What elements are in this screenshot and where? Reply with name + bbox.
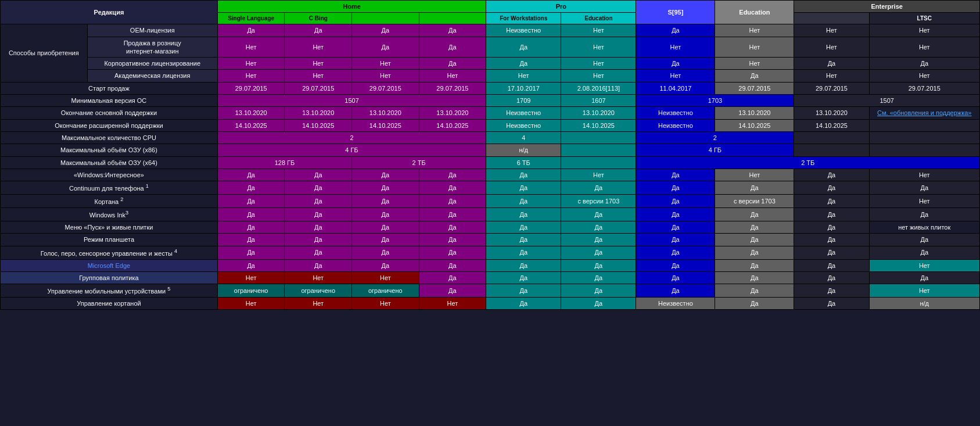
tab-s: Да xyxy=(636,234,715,246)
table-row: Управление мобильными устройствами 5 огр… xyxy=(1,284,980,298)
retail-edu: Нет xyxy=(715,37,794,58)
edge-single: Да xyxy=(217,259,285,271)
acad-ent: Нет xyxy=(794,70,869,82)
s-header: S[95] xyxy=(636,1,715,24)
mdm-s: Да xyxy=(636,284,715,298)
tab-proedu: Да xyxy=(561,234,636,246)
oem-ent: Нет xyxy=(794,24,869,37)
gp-ltsc: Да xyxy=(869,271,979,284)
vp-ltsc: Да xyxy=(869,246,979,259)
ems-single: 13.10.2020 xyxy=(217,107,285,119)
ink-home4: Да xyxy=(419,208,486,221)
cort-s: Да xyxy=(636,195,715,208)
wi-home3: Да xyxy=(352,169,419,181)
vp-home3: Да xyxy=(352,246,419,259)
table-row: Максимальный объём ОЗУ (x64) 128 ГБ 2 ТБ… xyxy=(1,156,980,169)
wi-proedu: Нет xyxy=(561,169,636,181)
table-row: Продажа в розницуинтернет-магазин Нет Не… xyxy=(1,37,980,58)
tab-workst: Да xyxy=(486,234,561,246)
start-home4: 29.07.2015 xyxy=(419,82,486,94)
cm-s: Неизвестно xyxy=(636,298,715,310)
cort-cbing: Да xyxy=(285,195,352,208)
cm-workst: Да xyxy=(486,298,561,310)
gp-single: Нет xyxy=(217,271,285,284)
edge-ltsc: Нет xyxy=(869,259,979,271)
winink-label: Windows Ink3 xyxy=(1,208,218,221)
max-ram-x86-label: Максимальный объём ОЗУ (x86) xyxy=(1,144,218,156)
ink-proedu: Да xyxy=(561,208,636,221)
sm-ltsc: нет живых плиток xyxy=(869,221,979,234)
grouppol-label: Групповая политика xyxy=(1,271,218,284)
start-proedu: 2.08.2016[113] xyxy=(561,82,636,94)
ink-cbing: Да xyxy=(285,208,352,221)
max-ram-x64-proedu xyxy=(561,156,636,169)
sm-ent: Да xyxy=(794,221,869,234)
wi-ent: Да xyxy=(794,169,869,181)
cm-home3: Нет xyxy=(352,298,419,310)
edge-home4: Да xyxy=(419,259,486,271)
gp-home3: Нет xyxy=(352,271,419,284)
table-row: Голос, перо, сенсорное управление и жест… xyxy=(1,246,980,259)
table-row: Окончание основной поддержки 13.10.2020 … xyxy=(1,107,980,119)
corp-cbing: Нет xyxy=(285,58,352,70)
corp-ent: Да xyxy=(794,58,869,70)
ink-workst: Да xyxy=(486,208,561,221)
retail-home4: Да xyxy=(419,37,486,58)
cont-cbing: Да xyxy=(285,181,352,195)
retail-single: Нет xyxy=(217,37,285,58)
wi-cbing: Да xyxy=(285,169,352,181)
cort-home3: Да xyxy=(352,195,419,208)
edge-proedu: Да xyxy=(561,259,636,271)
tab-single: Да xyxy=(217,234,285,246)
sm-home4: Да xyxy=(419,221,486,234)
table-row: Режим планшета Да Да Да Да Да Да Да Да Д… xyxy=(1,234,980,246)
corp-home4: Да xyxy=(419,58,486,70)
gp-s: Да xyxy=(636,271,715,284)
cort-edu: с версии 1703 xyxy=(715,195,794,208)
table-row: Continuum для телефона 1 Да Да Да Да Да … xyxy=(1,181,980,195)
acad-ltsc: Нет xyxy=(869,70,979,82)
pro-education-header: Education xyxy=(561,13,636,24)
min-ver-home: 1507 xyxy=(217,95,486,107)
start-ent: 29.07.2015 xyxy=(794,82,869,94)
retail-ent: Нет xyxy=(794,37,869,58)
cortana-label: Кортана 2 xyxy=(1,195,218,208)
min-ver-proedu: 1607 xyxy=(561,95,636,107)
oem-single: Да xyxy=(217,24,285,37)
ees-ltsc xyxy=(869,119,979,131)
ink-edu: Да xyxy=(715,208,794,221)
max-ram-x86-proedu xyxy=(561,144,636,156)
start-workst: 17.10.2017 xyxy=(486,82,561,94)
edge-edu: Да xyxy=(715,259,794,271)
table-row: Microsoft Edge Да Да Да Да Да Да Да Да Д… xyxy=(1,259,980,271)
edge-ent: Да xyxy=(794,259,869,271)
start-s: 11.04.2017 xyxy=(636,82,715,94)
sm-edu: Да xyxy=(715,221,794,234)
vp-proedu: Да xyxy=(561,246,636,259)
wi-s: Да xyxy=(636,169,715,181)
retail-s: Нет xyxy=(636,37,715,58)
ees-home3: 14.10.2025 xyxy=(352,119,419,131)
ems-home3: 13.10.2020 xyxy=(352,107,419,119)
education-header: Education xyxy=(715,1,794,24)
max-ram-x64-workst: 6 ТБ xyxy=(486,156,561,169)
tab-ltsc: Да xyxy=(869,234,979,246)
acad-home3: Нет xyxy=(352,70,419,82)
tab-home4: Да xyxy=(419,234,486,246)
corp-proedu: Нет xyxy=(561,58,636,70)
enterprise-header: Enterprise xyxy=(794,1,980,13)
table-row: Окончание расширенной поддержки 14.10.20… xyxy=(1,119,980,131)
end-main-support-label: Окончание основной поддержки xyxy=(1,107,218,119)
tab-edu: Да xyxy=(715,234,794,246)
mdm-proedu: Да xyxy=(561,284,636,298)
wi-single: Да xyxy=(217,169,285,181)
ees-single: 14.10.2025 xyxy=(217,119,285,131)
gp-cbing: Нет xyxy=(285,271,352,284)
min-ver-workst: 1709 xyxy=(486,95,561,107)
c-bing-header: C Bing xyxy=(285,13,352,24)
edge-cbing: Да xyxy=(285,259,352,271)
oem-cbing: Да xyxy=(285,24,352,37)
sm-single: Да xyxy=(217,221,285,234)
ink-s: Да xyxy=(636,208,715,221)
cm-cbing: Нет xyxy=(285,298,352,310)
